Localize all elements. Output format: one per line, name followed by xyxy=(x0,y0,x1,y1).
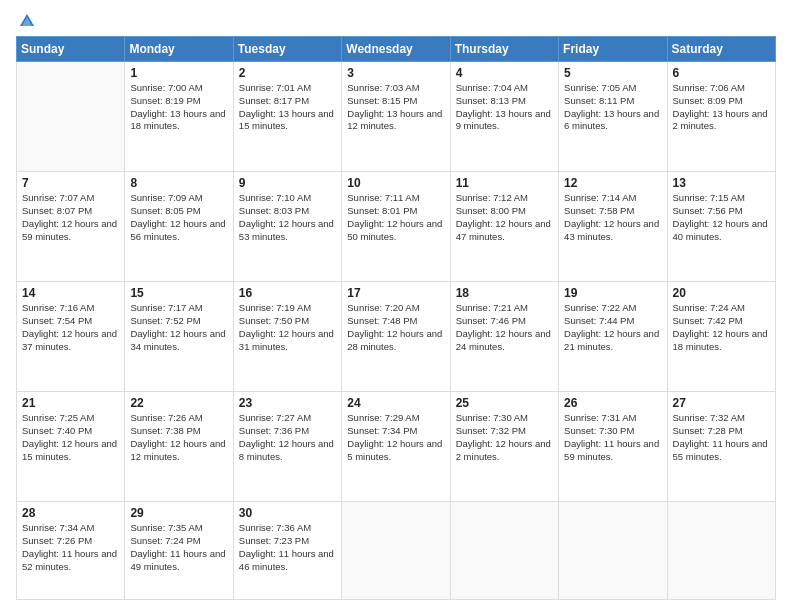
calendar-header-day: Saturday xyxy=(667,37,775,62)
day-number: 1 xyxy=(130,66,227,80)
calendar-cell xyxy=(667,502,775,600)
calendar-cell: 3Sunrise: 7:03 AM Sunset: 8:15 PM Daylig… xyxy=(342,62,450,172)
day-number: 3 xyxy=(347,66,444,80)
calendar-week-row: 14Sunrise: 7:16 AM Sunset: 7:54 PM Dayli… xyxy=(17,282,776,392)
calendar-cell: 24Sunrise: 7:29 AM Sunset: 7:34 PM Dayli… xyxy=(342,392,450,502)
cell-info: Sunrise: 7:20 AM Sunset: 7:48 PM Dayligh… xyxy=(347,302,444,353)
cell-info: Sunrise: 7:24 AM Sunset: 7:42 PM Dayligh… xyxy=(673,302,770,353)
cell-info: Sunrise: 7:21 AM Sunset: 7:46 PM Dayligh… xyxy=(456,302,553,353)
calendar-cell: 26Sunrise: 7:31 AM Sunset: 7:30 PM Dayli… xyxy=(559,392,667,502)
page: SundayMondayTuesdayWednesdayThursdayFrid… xyxy=(0,0,792,612)
calendar-week-row: 28Sunrise: 7:34 AM Sunset: 7:26 PM Dayli… xyxy=(17,502,776,600)
cell-info: Sunrise: 7:10 AM Sunset: 8:03 PM Dayligh… xyxy=(239,192,336,243)
calendar-cell: 5Sunrise: 7:05 AM Sunset: 8:11 PM Daylig… xyxy=(559,62,667,172)
calendar-header-day: Thursday xyxy=(450,37,558,62)
header xyxy=(16,12,776,30)
day-number: 28 xyxy=(22,506,119,520)
cell-info: Sunrise: 7:26 AM Sunset: 7:38 PM Dayligh… xyxy=(130,412,227,463)
calendar-cell: 7Sunrise: 7:07 AM Sunset: 8:07 PM Daylig… xyxy=(17,172,125,282)
calendar-cell: 4Sunrise: 7:04 AM Sunset: 8:13 PM Daylig… xyxy=(450,62,558,172)
calendar-week-row: 1Sunrise: 7:00 AM Sunset: 8:19 PM Daylig… xyxy=(17,62,776,172)
day-number: 5 xyxy=(564,66,661,80)
cell-info: Sunrise: 7:06 AM Sunset: 8:09 PM Dayligh… xyxy=(673,82,770,133)
cell-info: Sunrise: 7:35 AM Sunset: 7:24 PM Dayligh… xyxy=(130,522,227,573)
calendar-cell: 13Sunrise: 7:15 AM Sunset: 7:56 PM Dayli… xyxy=(667,172,775,282)
calendar-cell: 19Sunrise: 7:22 AM Sunset: 7:44 PM Dayli… xyxy=(559,282,667,392)
calendar-table: SundayMondayTuesdayWednesdayThursdayFrid… xyxy=(16,36,776,600)
calendar-cell: 11Sunrise: 7:12 AM Sunset: 8:00 PM Dayli… xyxy=(450,172,558,282)
calendar-cell: 23Sunrise: 7:27 AM Sunset: 7:36 PM Dayli… xyxy=(233,392,341,502)
calendar-cell: 22Sunrise: 7:26 AM Sunset: 7:38 PM Dayli… xyxy=(125,392,233,502)
cell-info: Sunrise: 7:12 AM Sunset: 8:00 PM Dayligh… xyxy=(456,192,553,243)
cell-info: Sunrise: 7:00 AM Sunset: 8:19 PM Dayligh… xyxy=(130,82,227,133)
cell-info: Sunrise: 7:32 AM Sunset: 7:28 PM Dayligh… xyxy=(673,412,770,463)
calendar-cell: 2Sunrise: 7:01 AM Sunset: 8:17 PM Daylig… xyxy=(233,62,341,172)
day-number: 8 xyxy=(130,176,227,190)
calendar-cell: 21Sunrise: 7:25 AM Sunset: 7:40 PM Dayli… xyxy=(17,392,125,502)
day-number: 23 xyxy=(239,396,336,410)
day-number: 13 xyxy=(673,176,770,190)
cell-info: Sunrise: 7:15 AM Sunset: 7:56 PM Dayligh… xyxy=(673,192,770,243)
calendar-cell: 25Sunrise: 7:30 AM Sunset: 7:32 PM Dayli… xyxy=(450,392,558,502)
calendar-header-day: Tuesday xyxy=(233,37,341,62)
calendar-cell: 6Sunrise: 7:06 AM Sunset: 8:09 PM Daylig… xyxy=(667,62,775,172)
cell-info: Sunrise: 7:16 AM Sunset: 7:54 PM Dayligh… xyxy=(22,302,119,353)
calendar-cell: 15Sunrise: 7:17 AM Sunset: 7:52 PM Dayli… xyxy=(125,282,233,392)
calendar-cell: 20Sunrise: 7:24 AM Sunset: 7:42 PM Dayli… xyxy=(667,282,775,392)
cell-info: Sunrise: 7:11 AM Sunset: 8:01 PM Dayligh… xyxy=(347,192,444,243)
day-number: 27 xyxy=(673,396,770,410)
day-number: 26 xyxy=(564,396,661,410)
day-number: 11 xyxy=(456,176,553,190)
cell-info: Sunrise: 7:07 AM Sunset: 8:07 PM Dayligh… xyxy=(22,192,119,243)
day-number: 24 xyxy=(347,396,444,410)
cell-info: Sunrise: 7:27 AM Sunset: 7:36 PM Dayligh… xyxy=(239,412,336,463)
calendar-cell xyxy=(559,502,667,600)
logo xyxy=(16,12,38,30)
day-number: 2 xyxy=(239,66,336,80)
calendar-header-day: Monday xyxy=(125,37,233,62)
cell-info: Sunrise: 7:30 AM Sunset: 7:32 PM Dayligh… xyxy=(456,412,553,463)
day-number: 9 xyxy=(239,176,336,190)
cell-info: Sunrise: 7:05 AM Sunset: 8:11 PM Dayligh… xyxy=(564,82,661,133)
calendar-cell xyxy=(17,62,125,172)
calendar-cell: 29Sunrise: 7:35 AM Sunset: 7:24 PM Dayli… xyxy=(125,502,233,600)
logo-icon xyxy=(18,12,36,30)
cell-info: Sunrise: 7:34 AM Sunset: 7:26 PM Dayligh… xyxy=(22,522,119,573)
calendar-week-row: 7Sunrise: 7:07 AM Sunset: 8:07 PM Daylig… xyxy=(17,172,776,282)
calendar-cell: 10Sunrise: 7:11 AM Sunset: 8:01 PM Dayli… xyxy=(342,172,450,282)
calendar-cell: 18Sunrise: 7:21 AM Sunset: 7:46 PM Dayli… xyxy=(450,282,558,392)
day-number: 19 xyxy=(564,286,661,300)
calendar-header-day: Sunday xyxy=(17,37,125,62)
calendar-cell: 16Sunrise: 7:19 AM Sunset: 7:50 PM Dayli… xyxy=(233,282,341,392)
calendar-header-day: Friday xyxy=(559,37,667,62)
cell-info: Sunrise: 7:09 AM Sunset: 8:05 PM Dayligh… xyxy=(130,192,227,243)
cell-info: Sunrise: 7:04 AM Sunset: 8:13 PM Dayligh… xyxy=(456,82,553,133)
day-number: 20 xyxy=(673,286,770,300)
calendar-cell: 17Sunrise: 7:20 AM Sunset: 7:48 PM Dayli… xyxy=(342,282,450,392)
day-number: 30 xyxy=(239,506,336,520)
day-number: 21 xyxy=(22,396,119,410)
cell-info: Sunrise: 7:14 AM Sunset: 7:58 PM Dayligh… xyxy=(564,192,661,243)
cell-info: Sunrise: 7:03 AM Sunset: 8:15 PM Dayligh… xyxy=(347,82,444,133)
day-number: 17 xyxy=(347,286,444,300)
day-number: 7 xyxy=(22,176,119,190)
day-number: 18 xyxy=(456,286,553,300)
cell-info: Sunrise: 7:25 AM Sunset: 7:40 PM Dayligh… xyxy=(22,412,119,463)
calendar-cell: 9Sunrise: 7:10 AM Sunset: 8:03 PM Daylig… xyxy=(233,172,341,282)
day-number: 25 xyxy=(456,396,553,410)
calendar-header-row: SundayMondayTuesdayWednesdayThursdayFrid… xyxy=(17,37,776,62)
day-number: 10 xyxy=(347,176,444,190)
calendar-cell: 8Sunrise: 7:09 AM Sunset: 8:05 PM Daylig… xyxy=(125,172,233,282)
cell-info: Sunrise: 7:17 AM Sunset: 7:52 PM Dayligh… xyxy=(130,302,227,353)
day-number: 4 xyxy=(456,66,553,80)
cell-info: Sunrise: 7:36 AM Sunset: 7:23 PM Dayligh… xyxy=(239,522,336,573)
cell-info: Sunrise: 7:19 AM Sunset: 7:50 PM Dayligh… xyxy=(239,302,336,353)
calendar-cell: 1Sunrise: 7:00 AM Sunset: 8:19 PM Daylig… xyxy=(125,62,233,172)
cell-info: Sunrise: 7:22 AM Sunset: 7:44 PM Dayligh… xyxy=(564,302,661,353)
cell-info: Sunrise: 7:29 AM Sunset: 7:34 PM Dayligh… xyxy=(347,412,444,463)
calendar-cell xyxy=(342,502,450,600)
calendar-cell: 27Sunrise: 7:32 AM Sunset: 7:28 PM Dayli… xyxy=(667,392,775,502)
calendar-cell: 14Sunrise: 7:16 AM Sunset: 7:54 PM Dayli… xyxy=(17,282,125,392)
day-number: 16 xyxy=(239,286,336,300)
cell-info: Sunrise: 7:01 AM Sunset: 8:17 PM Dayligh… xyxy=(239,82,336,133)
